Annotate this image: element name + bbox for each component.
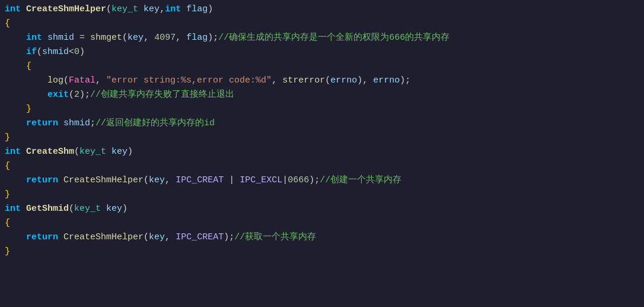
- code-line: }: [0, 188, 644, 202]
- code-editor: int CreateShmHelper(key_t key,int flag){…: [0, 0, 644, 307]
- code-line: log(Fatal, "error string:%s,error code:%…: [0, 74, 644, 88]
- code-line: int CreateShm(key_t key): [0, 145, 644, 159]
- code-line: {: [0, 159, 644, 173]
- code-line: int CreateShmHelper(key_t key,int flag): [0, 2, 644, 17]
- code-line: int GetShmid(key_t key): [0, 202, 644, 216]
- code-line: }: [0, 245, 644, 259]
- code-line: int shmid = shmget(key, 4097, flag);//确保…: [0, 31, 644, 45]
- code-line: return CreateShmHelper(key, IPC_CREAT);/…: [0, 230, 644, 245]
- code-line: {: [0, 59, 644, 74]
- code-line: if(shmid<0): [0, 45, 644, 59]
- code-line: exit(2);//创建共享内存失败了直接终止退出: [0, 88, 644, 102]
- code-line: {: [0, 216, 644, 230]
- code-line: {: [0, 17, 644, 31]
- code-line: return shmid;//返回创建好的共享内存的id: [0, 116, 644, 131]
- code-line: }: [0, 102, 644, 116]
- code-line: return CreateShmHelper(key, IPC_CREAT | …: [0, 173, 644, 188]
- code-content: int CreateShmHelper(key_t key,int flag){…: [0, 2, 644, 259]
- code-line: }: [0, 131, 644, 145]
